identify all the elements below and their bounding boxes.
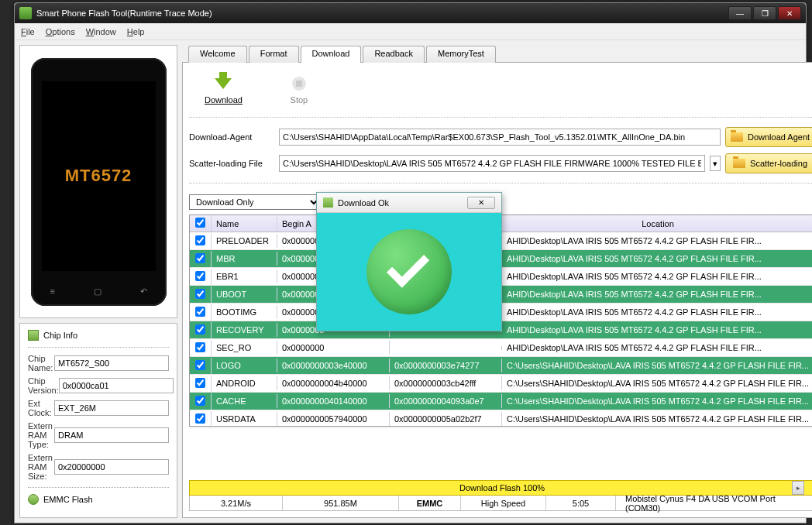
- cell-begin: 0x0000000004b40000: [277, 376, 390, 390]
- ram-size-label: Extern RAM Size:: [28, 453, 54, 481]
- cell-end: [390, 345, 502, 350]
- cell-name: UBOOT: [212, 287, 277, 301]
- cell-begin: 0x0000000040140000: [277, 394, 390, 408]
- scatter-loading-button[interactable]: Scatter-loading: [725, 153, 812, 173]
- cell-end: 0x0000000003cb42fff: [390, 376, 502, 390]
- tab-readback[interactable]: Readback: [363, 46, 425, 63]
- scatter-file-label: Scatter-loading File: [189, 159, 274, 168]
- phone-chip-label: MT6572: [42, 81, 156, 271]
- cell-location: AHID\Desktop\LAVA IRIS 505 MT6572 4.4.2 …: [502, 287, 812, 301]
- status-speed: 3.21M/s: [190, 496, 283, 510]
- tab-download[interactable]: Download: [301, 46, 362, 63]
- row-checkbox[interactable]: [195, 289, 205, 299]
- table-row[interactable]: SEC_RO 0x0000000 AHID\Desktop\LAVA IRIS …: [190, 339, 812, 357]
- scatter-dropdown-icon[interactable]: ▾: [710, 156, 721, 171]
- close-button[interactable]: ✕: [778, 6, 801, 20]
- cell-location: AHID\Desktop\LAVA IRIS 505 MT6572 4.4.2 …: [502, 269, 812, 283]
- chip-info-title: Chip Info: [43, 331, 77, 340]
- row-checkbox[interactable]: [195, 324, 205, 335]
- menu-options[interactable]: Options: [46, 27, 75, 36]
- table-row[interactable]: CACHE 0x0000000040140000 0x0000000004093…: [190, 393, 812, 410]
- tab-memorytest[interactable]: MemoryTest: [426, 46, 496, 63]
- row-checkbox[interactable]: [195, 413, 205, 424]
- scatter-file-field[interactable]: [279, 155, 705, 172]
- row-checkbox[interactable]: [195, 342, 205, 352]
- app-icon: [19, 7, 32, 19]
- cell-name: BOOTIMG: [212, 305, 277, 319]
- download-agent-label: Download-Agent: [189, 132, 274, 142]
- chip-info-panel: Chip Info Chip Name: Chip Version: Ext C…: [19, 323, 177, 518]
- cell-end: 0x0000000004093a0e7: [390, 394, 502, 408]
- chip-name-field[interactable]: [54, 355, 169, 371]
- col-name[interactable]: Name: [212, 217, 277, 231]
- dialog-title: Download Ok: [338, 198, 389, 208]
- cell-location: AHID\Desktop\LAVA IRIS 505 MT6572 4.4.2 …: [502, 252, 812, 266]
- menu-file[interactable]: File: [21, 27, 35, 36]
- download-mode-select[interactable]: Download Only: [189, 194, 321, 210]
- dialog-close-button[interactable]: ✕: [467, 197, 495, 209]
- status-bar: 3.21M/s 951.85M EMMC High Speed 5:05 Mob…: [189, 496, 812, 511]
- cell-name: EBR1: [212, 269, 277, 283]
- chip-icon: [28, 330, 39, 341]
- menubar: File Options Window Help: [15, 23, 806, 40]
- ram-type-label: Extern RAM Type:: [28, 421, 54, 449]
- titlebar[interactable]: Smart Phone Flash Tool(Runtime Trace Mod…: [15, 3, 806, 23]
- download-agent-field[interactable]: [279, 129, 721, 146]
- folder-icon: [731, 132, 743, 142]
- cell-location: C:\Users\SHAHID\Desktop\LAVA IRIS 505 MT…: [502, 412, 812, 426]
- ext-clock-label: Ext Clock:: [28, 399, 54, 417]
- cell-location: C:\Users\SHAHID\Desktop\LAVA IRIS 505 MT…: [502, 394, 812, 408]
- table-row[interactable]: LOGO 0x0000000003e40000 0x0000000003e742…: [190, 357, 812, 375]
- download-arrow-icon: [215, 78, 232, 89]
- dialog-icon: [323, 197, 333, 208]
- row-checkbox[interactable]: [195, 253, 205, 263]
- cell-name: LOGO: [212, 359, 277, 372]
- status-port: Mobistel Cynus F4 DA USB VCOM Port (COM3…: [616, 496, 812, 510]
- minimize-button[interactable]: —: [728, 6, 752, 20]
- cell-begin: 0x0000000003e40000: [277, 359, 390, 372]
- chip-version-field[interactable]: [59, 378, 174, 393]
- tab-format[interactable]: Format: [249, 46, 299, 63]
- row-checkbox[interactable]: [195, 271, 205, 281]
- row-checkbox[interactable]: [195, 360, 205, 370]
- download-ok-dialog: Download Ok ✕: [316, 192, 502, 331]
- scroll-right-icon[interactable]: ▸: [792, 481, 804, 495]
- tab-welcome[interactable]: Welcome: [188, 46, 247, 63]
- row-checkbox[interactable]: [195, 307, 205, 317]
- select-all-checkbox[interactable]: [195, 218, 205, 228]
- cell-name: PRELOADER: [212, 234, 277, 248]
- folder-icon: [733, 159, 745, 168]
- maximize-button[interactable]: ❐: [753, 6, 776, 20]
- success-check-icon: [366, 229, 452, 314]
- status-storage: EMMC: [399, 496, 461, 510]
- table-row[interactable]: USRDATA 0x0000000057940000 0x0000000005a…: [190, 410, 812, 428]
- cell-begin: 0x0000000057940000: [277, 412, 390, 426]
- row-checkbox[interactable]: [195, 235, 205, 245]
- ram-type-field[interactable]: [54, 427, 169, 443]
- cell-name: ANDROID: [212, 376, 277, 390]
- cell-location: AHID\Desktop\LAVA IRIS 505 MT6572 4.4.2 …: [502, 234, 812, 248]
- status-time: 5:05: [546, 496, 616, 510]
- phone-preview: BM MT6572 ≡▢↶: [19, 45, 177, 318]
- ram-size-field[interactable]: [54, 459, 169, 475]
- col-location[interactable]: Location: [502, 217, 812, 231]
- download-agent-button[interactable]: Download Agent: [725, 127, 812, 147]
- menu-help[interactable]: Help: [127, 27, 145, 36]
- row-checkbox[interactable]: [195, 378, 205, 388]
- row-checkbox[interactable]: [195, 396, 205, 406]
- menu-window[interactable]: Window: [86, 27, 116, 36]
- cell-end: 0x0000000005a02b2f7: [390, 412, 502, 426]
- gear-icon: [28, 494, 39, 505]
- stop-button[interactable]: Stop: [289, 74, 309, 105]
- window-title: Smart Phone Flash Tool(Runtime Trace Mod…: [36, 9, 212, 18]
- cell-location: AHID\Desktop\LAVA IRIS 505 MT6572 4.4.2 …: [502, 341, 812, 355]
- status-mode: High Speed: [461, 496, 546, 510]
- cell-name: SEC_RO: [212, 341, 277, 355]
- cell-name: USRDATA: [212, 412, 277, 426]
- table-row[interactable]: ANDROID 0x0000000004b40000 0x0000000003c…: [190, 375, 812, 393]
- ext-clock-field[interactable]: [54, 400, 169, 416]
- download-button[interactable]: Download: [205, 74, 243, 105]
- cell-location: C:\Users\SHAHID\Desktop\LAVA IRIS 505 MT…: [502, 359, 812, 372]
- cell-location: AHID\Desktop\LAVA IRIS 505 MT6572 4.4.2 …: [502, 323, 812, 337]
- tabs: Welcome Format Download Readback MemoryT…: [182, 45, 812, 62]
